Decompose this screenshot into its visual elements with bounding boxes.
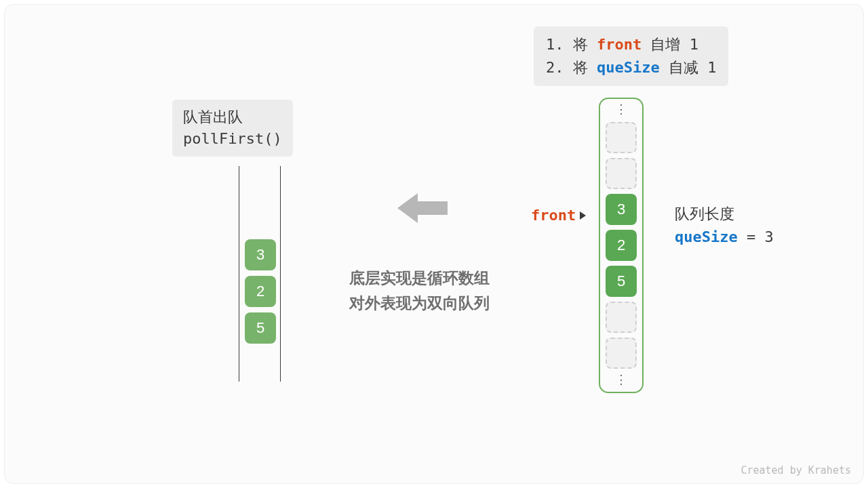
quesize-expr: queSize = 3 [675, 226, 774, 249]
arrow-left-icon [397, 189, 448, 230]
step-2-prefix: 2. 将 [546, 59, 597, 76]
vertical-ellipsis-icon: ⋮ [615, 103, 627, 117]
ring-array: ⋮ 3 2 5 ⋮ [599, 98, 644, 393]
deque-cell: 5 [245, 312, 276, 344]
steps-box: 1. 将 front 自增 1 2. 将 queSize 自减 1 [534, 26, 728, 86]
ring-slot-empty [606, 338, 637, 369]
abstract-deque-stack: 3 2 5 [245, 239, 276, 344]
caption-line-1: 底层实现是循环数组 [349, 266, 490, 291]
credit-text: Created by Krahets [741, 464, 851, 476]
ring-slot-empty [606, 158, 637, 189]
quesize-title: 队列长度 [675, 203, 774, 226]
vertical-ellipsis-icon: ⋮ [615, 373, 627, 388]
step-1: 1. 将 front 自增 1 [546, 33, 716, 56]
step-1-suffix: 自增 1 [642, 36, 698, 53]
quesize-var: queSize [675, 228, 738, 245]
pointer-arrow-icon [580, 211, 586, 220]
front-pointer-label: front [531, 207, 576, 224]
step-1-prefix: 1. 将 [546, 36, 597, 53]
ring-slot-empty [606, 302, 637, 333]
diagram-canvas: 队首出队 pollFirst() 1. 将 front 自增 1 2. 将 qu… [4, 4, 864, 484]
implementation-caption: 底层实现是循环数组 对外表现为双向队列 [349, 266, 490, 316]
ring-slot-front: 3 [606, 194, 637, 225]
ring-slot-empty [606, 122, 637, 153]
ring-slot: 2 [606, 230, 637, 261]
poll-first-title: 队首出队 [183, 106, 282, 128]
deque-cell: 3 [245, 239, 276, 270]
ring-slot: 5 [606, 266, 637, 297]
poll-first-label: 队首出队 pollFirst() [172, 100, 293, 157]
abstract-deque: 3 2 5 [239, 166, 281, 382]
step-2: 2. 将 queSize 自减 1 [546, 56, 716, 79]
quesize-annotation: 队列长度 queSize = 3 [675, 203, 774, 249]
step-2-suffix: 自减 1 [660, 59, 717, 76]
quesize-value: 3 [764, 228, 773, 245]
svg-marker-0 [397, 193, 448, 223]
poll-first-method: pollFirst() [183, 128, 282, 150]
deque-cell: 2 [245, 276, 276, 307]
caption-line-2: 对外表现为双向队列 [349, 291, 490, 316]
front-keyword: front [597, 36, 642, 53]
front-pointer: front [531, 207, 586, 224]
quesize-keyword: queSize [597, 59, 660, 76]
quesize-eq: = [738, 228, 765, 245]
